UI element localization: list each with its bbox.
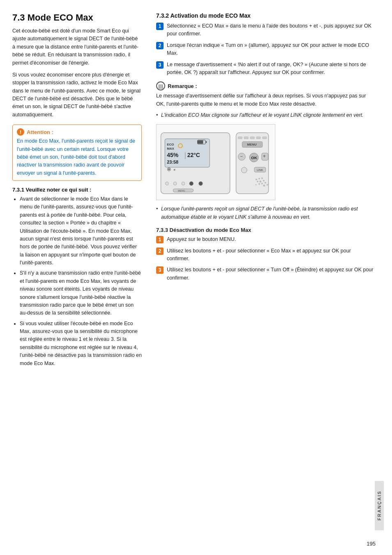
step-text-1: Sélectionnez « ECO Max » dans le menu à … <box>167 22 375 38</box>
bullet-item: Si vous voulez utiliser l'écoute-bébé en… <box>20 320 142 368</box>
intro-text-2: Si vous voulez économiser encore plus d'… <box>12 71 142 119</box>
svg-text:ECO: ECO <box>167 143 174 147</box>
svg-point-39 <box>256 179 257 180</box>
remarque-title: Remarque : <box>168 83 197 89</box>
svg-point-46 <box>261 183 263 185</box>
remarque-box: ▤ Remarque : Le message d'avertissement … <box>156 81 375 119</box>
svg-point-40 <box>258 178 260 180</box>
remarque-header: ▤ Remarque : <box>156 81 375 90</box>
sidebar-label: FRANÇAIS <box>375 481 384 530</box>
svg-rect-26 <box>256 137 261 139</box>
step-2: 2 Lorsque l'écran indique « Turn on » (a… <box>156 42 375 58</box>
svg-rect-25 <box>250 137 254 139</box>
svg-rect-6 <box>197 141 203 144</box>
svg-text:☀: ☀ <box>173 168 176 172</box>
svg-text:−: − <box>240 154 242 159</box>
step-num-1: 1 <box>156 23 164 30</box>
svg-text:45%: 45% <box>167 152 178 159</box>
svg-point-41 <box>261 178 263 179</box>
steps-deactivation: 1 Appuyez sur le bouton MENU. 2 Utilisez… <box>156 236 375 282</box>
svg-point-50 <box>267 184 268 186</box>
step-num-3: 3 <box>156 61 164 69</box>
device-image: ECO MAX 45% 22°C 23:58 <box>156 124 275 200</box>
svg-point-45 <box>258 183 260 185</box>
right-column: 7.3.2 Activation du mode ECO Max 1 Sélec… <box>152 12 375 543</box>
svg-text:22°C: 22°C <box>187 152 200 159</box>
svg-point-44 <box>263 180 265 182</box>
bullet-item: Avant de sélectionner le mode Eco Max da… <box>20 195 142 267</box>
right-section-title-2: 7.3.3 Désactivation du mode Eco Max <box>156 227 375 233</box>
svg-rect-23 <box>238 137 242 139</box>
svg-point-48 <box>255 184 256 185</box>
steps-activation: 1 Sélectionnez « ECO Max » dans le menu … <box>156 22 375 76</box>
step-d-num-2: 2 <box>156 247 164 255</box>
svg-rect-27 <box>263 137 267 139</box>
main-content: 7.3 Mode ECO Max Cet écoute-bébé est dot… <box>12 12 384 543</box>
bullet-item: S'il n'y a aucune transmission radio ent… <box>20 269 142 317</box>
svg-point-47 <box>265 182 266 184</box>
remarque-text: Le message d'avertissement défile sur l'… <box>156 92 375 108</box>
step-1: 1 Sélectionnez « ECO Max » dans le menu … <box>156 22 375 38</box>
step-d1: 1 Appuyez sur le bouton MENU. <box>156 236 375 243</box>
step-d-num-1: 1 <box>156 236 164 243</box>
svg-text:MENU: MENU <box>178 190 185 192</box>
svg-point-18 <box>189 182 194 186</box>
step-d-num-3: 3 <box>156 266 164 274</box>
intro-text-1: Cet écoute-bébé est doté d'un mode Smart… <box>12 27 142 67</box>
page: 7.3 Mode ECO Max Cet écoute-bébé est dot… <box>0 0 392 555</box>
page-number: 195 <box>367 541 376 547</box>
remarque-icon: ▤ <box>156 81 165 90</box>
attention-text: En mode Eco Max, l'unité-parents reçoit … <box>17 137 137 177</box>
step-d3: 3 Utilisez les boutons + et - pour sélec… <box>156 266 375 282</box>
svg-text:MAX: MAX <box>167 147 174 151</box>
svg-text:+: + <box>263 153 266 159</box>
svg-point-36 <box>241 167 247 173</box>
svg-point-43 <box>259 180 261 183</box>
step-d2: 2 Utilisez les boutons + et - pour sélec… <box>156 247 375 263</box>
svg-point-16 <box>173 182 177 185</box>
attention-icon: ! <box>17 128 24 136</box>
svg-text:OK: OK <box>251 155 258 160</box>
svg-rect-7 <box>205 141 207 143</box>
attention-title: Attention : <box>27 129 53 135</box>
step-text-3: Le message d'avertissement « !No alert i… <box>167 61 375 77</box>
svg-point-13 <box>168 169 170 170</box>
svg-point-15 <box>165 182 168 185</box>
svg-rect-24 <box>244 137 248 139</box>
step-d-text-3: Utilisez les boutons + et - pour sélecti… <box>167 266 375 282</box>
remarque-italic-bullet: L'indication ECO Max clignote sur l'affi… <box>156 111 375 119</box>
step-3: 3 Le message d'avertissement « !No alert… <box>156 61 375 77</box>
right-section-title-1: 7.3.2 Activation du mode ECO Max <box>156 12 375 19</box>
svg-point-42 <box>257 181 258 183</box>
section-title: 7.3 Mode ECO Max <box>12 12 142 23</box>
svg-text:23:58: 23:58 <box>167 160 178 164</box>
subsection-1-bullets: Avant de sélectionner le mode Eco Max da… <box>12 195 142 368</box>
left-column: 7.3 Mode ECO Max Cet écoute-bébé est dot… <box>12 12 152 543</box>
svg-text:LINK: LINK <box>257 169 263 171</box>
svg-text:MENU: MENU <box>247 143 257 147</box>
step-text-2: Lorsque l'écran indique « Turn on » (all… <box>167 42 375 58</box>
attention-box: ! Attention : En mode Eco Max, l'unité-p… <box>12 125 142 181</box>
step-d-text-1: Appuyez sur le bouton MENU. <box>167 236 236 243</box>
italic-bullet-2: Lorsque l'unité-parents reçoit un signal… <box>156 205 375 221</box>
right-sidebar: FRANÇAIS <box>375 12 384 543</box>
svg-point-19 <box>198 182 203 186</box>
svg-point-17 <box>182 182 185 185</box>
subsection-1-title: 7.3.1 Veuillez noter ce qui suit : <box>12 187 142 193</box>
attention-header: ! Attention : <box>17 128 137 136</box>
svg-point-49 <box>263 185 265 187</box>
step-num-2: 2 <box>156 42 164 49</box>
step-d-text-2: Utilisez les boutons + et - pour sélecti… <box>167 247 375 263</box>
